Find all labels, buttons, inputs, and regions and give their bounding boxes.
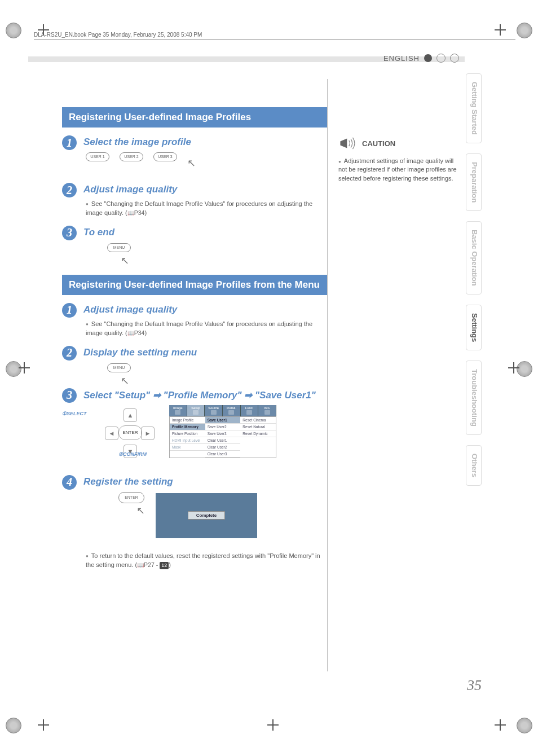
- step-b2: 2 Display the setting menu: [62, 346, 327, 361]
- step-number-icon: 2: [62, 346, 77, 361]
- osd-tab: Image: [169, 405, 187, 416]
- press-cursor-icon: ↖: [121, 254, 129, 267]
- caution-header: CAUTION: [338, 135, 457, 151]
- dpad-up: ▲: [124, 408, 137, 422]
- osd-item: Clear User1: [205, 437, 241, 444]
- language-label: ENGLISH: [383, 54, 420, 63]
- press-cursor-icon: ↖: [187, 157, 196, 169]
- osd-item: Clear User2: [205, 444, 241, 451]
- step-number-icon: 1: [62, 135, 77, 150]
- file-header: DLA-RS2U_EN.book Page 35 Monday, Februar…: [34, 32, 515, 39]
- dpad-right: ►: [141, 427, 155, 440]
- step-number-icon: 3: [62, 388, 77, 403]
- register-mark-icon: [6, 718, 21, 733]
- osd-item-highlighted: Save User1: [205, 417, 241, 424]
- tab-preparation: Preparation: [466, 153, 482, 211]
- osd-tab: Info.: [258, 405, 276, 416]
- step-b4: 4 Register the setting: [62, 475, 327, 490]
- step-title: Register the setting: [83, 475, 173, 487]
- complete-label: Complete: [188, 511, 225, 520]
- osd-complete-dialog: Complete: [156, 493, 257, 538]
- osd-tab: Source: [205, 405, 223, 416]
- step-title: To end: [83, 226, 114, 238]
- user-buttons-row: USER 1 USER 2 USER 3 ↖: [86, 152, 327, 169]
- section-banner-a: Registering User-defined Image Profiles: [62, 107, 327, 128]
- tab-troubleshooting: Troubleshooting: [466, 361, 482, 435]
- step-b3: 3 Select "Setup" ➡ "Profile Memory" ➡ "S…: [62, 388, 327, 403]
- step-b4-note: To return to the default values, reset t…: [86, 552, 327, 570]
- osd-tab: Install.: [223, 405, 241, 416]
- step-a3: 3 To end: [62, 226, 327, 240]
- step-b1-body: See "Changing the Default Image Profile …: [86, 320, 327, 338]
- register-mark-icon: [517, 718, 532, 733]
- menu-button-b: MENU ↖: [107, 363, 131, 372]
- register-mark-icon: [517, 361, 532, 377]
- osd-tab-selected: Setup: [187, 405, 205, 416]
- tab-settings: Settings: [466, 305, 482, 350]
- press-cursor-icon: ↖: [136, 504, 145, 517]
- step-a1: 1 Select the image profile: [62, 135, 327, 150]
- dpad-left: ◄: [105, 427, 118, 440]
- osd-item-highlighted: Profile Memory: [170, 424, 205, 430]
- megaphone-icon: [338, 135, 358, 151]
- step-title: Select "Setup" ➡ "Profile Memory" ➡ "Sav…: [83, 388, 316, 401]
- step-title: Display the setting menu: [83, 346, 197, 358]
- crop-mark-icon: [20, 364, 28, 372]
- osd-tab: Func.: [241, 405, 259, 416]
- tab-others: Others: [466, 445, 482, 486]
- register-mark-icon: [6, 23, 21, 38]
- step-number-icon: 4: [62, 475, 77, 490]
- osd-item: Clear User3: [205, 451, 241, 458]
- section-tabs: Getting Started Preparation Basic Operat…: [466, 73, 482, 486]
- step-a2: 2 Adjust image quality: [62, 183, 327, 197]
- osd-item: Reset Dynamic: [240, 430, 276, 437]
- osd-item-disabled: Mask: [170, 444, 205, 451]
- osd-item: Reset Cinema: [240, 417, 276, 424]
- press-cursor-icon: ↖: [121, 375, 129, 387]
- caution-text: Adjustment settings of image quality wil…: [338, 157, 457, 183]
- column-divider: [327, 79, 328, 671]
- crop-mark-icon: [269, 721, 277, 729]
- user3-button: USER 3: [153, 152, 177, 161]
- language-indicator: ENGLISH: [383, 54, 459, 63]
- osd-item: Save User2: [205, 424, 241, 430]
- osd-item: Save User3: [205, 430, 241, 437]
- dpad-select-label: SELECT: [67, 411, 87, 416]
- menu-button-a: MENU ↖: [107, 243, 131, 252]
- step-b1: 1 Adjust image quality: [62, 303, 327, 318]
- language-dot-inactive: [436, 54, 446, 63]
- step-title: Adjust image quality: [83, 303, 177, 315]
- osd-menu-preview: Image Setup Source Install. Func. Info. …: [169, 405, 276, 458]
- crop-mark-icon: [496, 721, 504, 729]
- osd-item: Reset Natural: [240, 424, 276, 430]
- dpad-confirm-label: CONFIRM: [123, 451, 147, 457]
- tab-basic-operation: Basic Operation: [466, 221, 482, 295]
- language-dot-inactive: [450, 54, 459, 63]
- crop-mark-icon: [39, 721, 47, 729]
- caution-label: CAUTION: [362, 139, 395, 148]
- step-number-icon: 1: [62, 303, 77, 318]
- osd-item: Image Profile: [170, 417, 205, 424]
- section-banner-b: Registering User-defined Image Profiles …: [62, 275, 327, 295]
- crop-mark-icon: [510, 364, 518, 372]
- step-number-icon: 2: [62, 183, 77, 197]
- register-mark-icon: [6, 361, 21, 377]
- register-mark-icon: [517, 23, 532, 38]
- tab-getting-started: Getting Started: [466, 73, 482, 143]
- step-title: Select the image profile: [83, 135, 191, 148]
- user1-button: USER 1: [86, 152, 109, 161]
- step-a2-body: See "Changing the Default Image Profile …: [86, 200, 327, 218]
- page-number: 35: [467, 677, 482, 694]
- language-dot-active: [424, 54, 432, 62]
- user2-button: USER 2: [120, 152, 143, 161]
- dpad-enter: ENTER: [118, 425, 142, 440]
- osd-item-disabled: HDMI Input Level: [170, 437, 205, 444]
- enter-button: ENTER: [118, 492, 144, 503]
- osd-item: Picture Position: [170, 430, 205, 437]
- step-number-icon: 3: [62, 226, 77, 240]
- step-title: Adjust image quality: [83, 183, 177, 195]
